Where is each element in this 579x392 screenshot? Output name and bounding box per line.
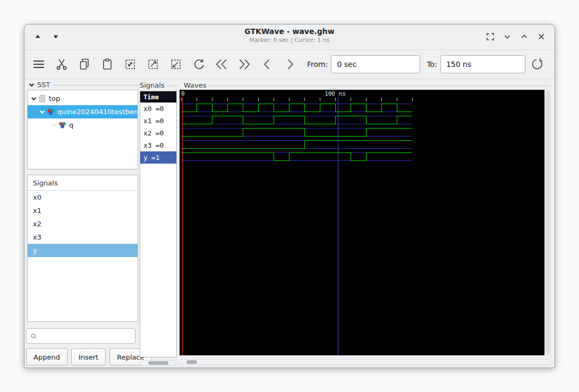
tree-connector [52,125,57,125]
from-input[interactable] [331,55,420,73]
wave-v-scrollbar[interactable] [545,90,550,355]
zoom-in-button[interactable] [145,56,161,72]
reload-button[interactable] [529,56,544,72]
sst-signals-panel: Signals x0 x1 x2 x3 y [27,175,138,322]
clipboard-icon [101,58,114,71]
waves-frame-label: Waves [184,81,550,89]
signal-label: x3 [33,233,41,241]
window-title: GTKWave - wave.ghw [24,27,555,36]
wave-canvas[interactable]: 0100 ns [180,90,544,355]
chevron-down-icon [503,32,512,41]
signal-label: x2 [33,220,41,228]
menu-button[interactable] [31,56,47,72]
zoom-out-button[interactable] [168,56,184,72]
paste-button[interactable] [99,56,115,72]
maximize-button[interactable] [518,31,530,42]
signal-search-box[interactable] [26,328,135,344]
wave-h-scrollbar-thumb[interactable] [186,360,197,364]
signals-panel-header: Signals [140,81,165,89]
zoom-fit-button[interactable] [122,56,138,72]
tree-item-label: top [49,95,60,103]
undo-icon [192,58,205,71]
trace-name-x3[interactable]: x3=0 [140,139,176,151]
signal-label: x0 [33,193,41,201]
undo-button[interactable] [191,56,207,72]
tree-item-top[interactable]: top [28,92,138,105]
from-label: From: [307,60,328,69]
reload-icon [530,57,543,71]
chevron-right-icon [283,57,297,71]
copy-icon [78,58,91,71]
zoom-fit-icon [124,58,137,71]
document-icon [38,95,46,103]
hamburger-menu-icon [32,57,46,71]
fullscreen-icon [486,32,495,41]
names-h-scrollbar-thumb[interactable] [148,361,168,365]
names-h-scrollbar[interactable] [140,360,176,366]
sst-buttons: Append Insert Replace [26,348,152,365]
signal-names-panel: Time x0=0 x1=0 x2=0 x3=0 y=1 [140,91,177,357]
signal-list-item-x2[interactable]: x2 [28,217,138,231]
tree-item-label: quine20240410testbench [57,108,138,116]
sst-tree-panel: top quine20240410testbench q [27,90,138,169]
waves-panel-header: Waves [184,81,206,89]
wave-v-scrollbar-thumb[interactable] [546,91,549,354]
tree-item-label: q [69,121,73,129]
svg-text:100 ns: 100 ns [325,90,346,97]
svg-text:0: 0 [181,90,185,97]
sst-frame-label: SST [29,81,138,89]
signals-list-header: Signals [28,175,138,191]
sst-header: SST [37,81,50,89]
wave-h-scrollbar[interactable] [180,359,550,365]
cut-button[interactable] [54,56,70,72]
shade-down-button[interactable] [50,31,62,42]
go-to-end-button[interactable] [236,56,252,72]
signal-list-item-x1[interactable]: x1 [28,204,138,217]
chevron-up-icon [520,32,529,41]
collapse-chevron-icon[interactable] [29,82,35,88]
fullscreen-button[interactable] [484,31,496,42]
signal-label: y [33,246,37,254]
waveform-display: 0100 ns [180,90,544,355]
trace-name-x2[interactable]: x2=0 [140,127,176,139]
search-icon [30,331,37,341]
shade-up-button[interactable] [32,31,44,42]
module-icon [47,108,55,116]
titlebar[interactable]: GTKWave - wave.ghw Marker: 0 sec | Curso… [24,24,555,50]
zoom-in-icon [147,58,159,71]
signal-list-item-x0[interactable]: x0 [28,191,138,204]
expander-chevron-icon[interactable] [39,109,45,115]
window-subtitle: Marker: 0 sec | Cursor: 1 ns [24,37,555,44]
triangle-down-icon [52,33,59,40]
trace-name-y[interactable]: y=1 [140,151,176,164]
go-to-start-button[interactable] [214,56,229,72]
append-button[interactable]: Append [26,348,67,365]
toolbar: From: To: [24,49,555,79]
search-input[interactable] [39,331,135,340]
copy-button[interactable] [76,56,92,72]
triangle-up-icon [34,33,41,40]
to-label: To: [427,60,437,69]
previous-edge-button[interactable] [259,56,275,72]
tree-item-testbench[interactable]: quine20240410testbench [28,105,138,118]
minimize-button[interactable] [501,31,513,42]
signals-frame-label: Signals [140,81,178,89]
zoom-out-icon [169,58,182,71]
trace-name-x1[interactable]: x1=0 [140,115,176,127]
gtkwave-window: GTKWave - wave.ghw Marker: 0 sec | Curso… [24,24,555,368]
double-chevron-right-icon [237,57,251,71]
close-icon [537,32,546,41]
double-chevron-left-icon [215,57,228,71]
to-input[interactable] [440,55,525,73]
signal-list-item-y[interactable]: y [28,244,138,257]
time-header[interactable]: Time [140,91,176,103]
insert-button[interactable]: Insert [71,348,106,365]
tree-item-q[interactable]: q [28,118,138,132]
signal-label: x1 [33,207,41,215]
close-button[interactable] [535,31,547,42]
expander-chevron-icon[interactable] [31,96,37,101]
chevron-left-icon [260,57,274,71]
next-edge-button[interactable] [282,56,298,72]
trace-name-x0[interactable]: x0=0 [140,103,176,115]
signal-list-item-x3[interactable]: x3 [28,231,138,244]
